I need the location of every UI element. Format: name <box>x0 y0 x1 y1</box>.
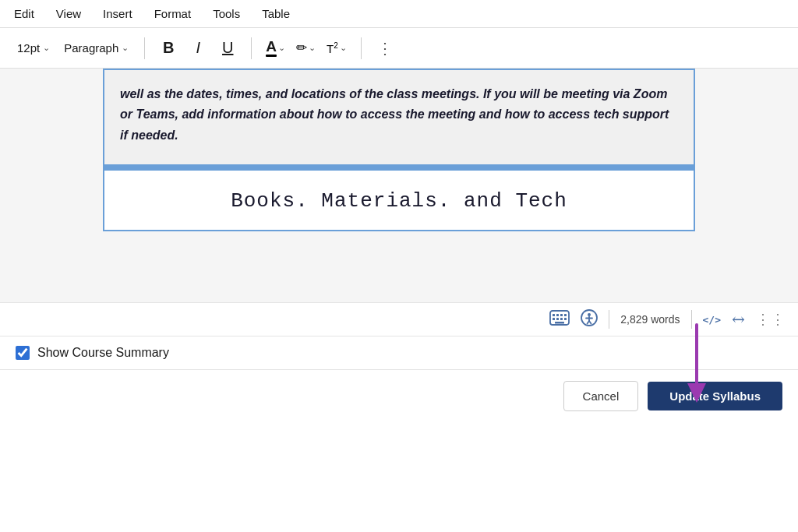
menu-format[interactable]: Format <box>153 4 193 23</box>
section-heading: Books. Materials. and Tech <box>120 189 678 213</box>
svg-rect-4 <box>564 314 567 316</box>
toolbar: 12pt ⌄ Paragraph ⌄ B I U A ⌄ ✏ ⌄ T2 ⌄ ⋮ <box>0 28 798 69</box>
superscript-chevron-icon: ⌄ <box>340 43 347 53</box>
menu-insert[interactable]: Insert <box>101 4 134 23</box>
editor-paragraph: well as the dates, times, and locations … <box>120 84 678 146</box>
paragraph-chevron-icon: ⌄ <box>122 43 129 53</box>
font-size-chevron-icon: ⌄ <box>43 43 50 53</box>
font-size-selector[interactable]: 12pt ⌄ <box>12 38 55 58</box>
table-cell-bottom[interactable]: Books. Materials. and Tech <box>103 169 695 231</box>
underline-button[interactable]: U <box>215 36 240 61</box>
status-divider-1 <box>609 310 609 329</box>
font-color-a-icon: A <box>266 39 277 57</box>
paragraph-style-selector[interactable]: Paragraph ⌄ <box>59 38 133 58</box>
highlight-chevron-icon: ⌄ <box>309 43 316 53</box>
highlight-icon: ✏ <box>296 40 307 56</box>
menu-view[interactable]: View <box>55 4 83 23</box>
font-size-label: 12pt <box>17 41 40 55</box>
svg-rect-9 <box>555 322 564 324</box>
svg-rect-5 <box>553 318 555 320</box>
keyboard-icon[interactable] <box>549 310 570 329</box>
toolbar-divider-1 <box>144 37 145 59</box>
update-syllabus-button[interactable]: Update Syllabus <box>648 382 782 410</box>
toolbar-divider-2 <box>251 37 252 59</box>
status-bar: 2,829 words </> ⤢ ⋮⋮ <box>0 302 798 336</box>
menu-table[interactable]: Table <box>260 4 291 23</box>
svg-line-15 <box>589 321 591 324</box>
menu-edit[interactable]: Edit <box>12 4 36 23</box>
font-color-chevron-icon: ⌄ <box>278 43 285 53</box>
menu-tools[interactable]: Tools <box>211 4 242 23</box>
editor-area[interactable]: well as the dates, times, and locations … <box>0 69 798 302</box>
action-buttons: Cancel Update Syllabus <box>0 370 798 422</box>
show-course-summary-label[interactable]: Show Course Summary <box>16 346 169 360</box>
paragraph-label: Paragraph <box>64 41 118 55</box>
svg-rect-2 <box>556 314 559 316</box>
word-count: 2,829 words <box>620 313 680 326</box>
status-divider-2 <box>691 310 692 329</box>
superscript-button[interactable]: T2 ⌄ <box>323 40 350 57</box>
svg-rect-3 <box>560 314 563 316</box>
highlight-color-button[interactable]: ✏ ⌄ <box>293 38 319 58</box>
bottom-wrapper: Show Course Summary <box>0 336 798 370</box>
italic-button[interactable]: I <box>185 36 210 61</box>
toolbar-divider-3 <box>361 37 362 59</box>
cancel-button[interactable]: Cancel <box>563 381 639 411</box>
document-page: well as the dates, times, and locations … <box>103 69 695 231</box>
show-course-summary-text: Show Course Summary <box>37 346 169 360</box>
svg-rect-8 <box>564 318 567 320</box>
font-color-button[interactable]: A ⌄ <box>263 37 288 58</box>
svg-point-11 <box>588 313 591 316</box>
svg-rect-1 <box>553 314 555 316</box>
bold-button[interactable]: B <box>156 36 181 61</box>
more-options-button[interactable]: ⋮ <box>373 36 397 61</box>
svg-rect-6 <box>556 318 559 320</box>
menu-bar: Edit View Insert Format Tools Table <box>0 0 798 28</box>
bottom-area: Show Course Summary <box>0 336 798 370</box>
svg-rect-7 <box>560 318 563 320</box>
show-course-summary-checkbox[interactable] <box>16 346 30 360</box>
table-cell-top[interactable]: well as the dates, times, and locations … <box>103 69 695 166</box>
code-view-icon[interactable]: </> <box>703 314 721 326</box>
superscript-icon: T2 <box>327 41 338 55</box>
expand-icon[interactable]: ⤢ <box>727 308 750 331</box>
drag-handle-icon[interactable]: ⋮⋮ <box>756 311 786 328</box>
accessibility-icon[interactable] <box>581 309 598 330</box>
